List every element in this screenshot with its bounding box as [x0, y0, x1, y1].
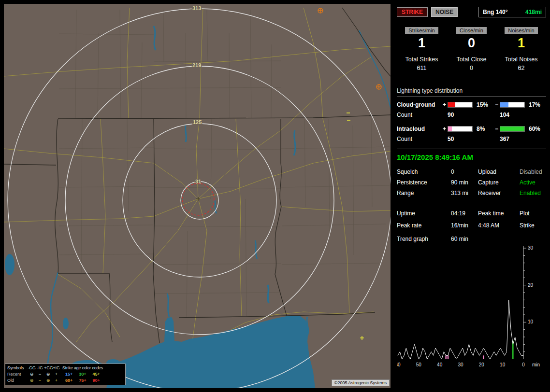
- legend-recent-label: Recent: [7, 371, 28, 378]
- cg-minus-bar: [500, 102, 525, 108]
- age-code-60: 60+: [65, 378, 72, 384]
- plot-label: Plot: [520, 210, 546, 217]
- close-per-min-chip: Close/min: [456, 27, 487, 34]
- distribution-row-intracloud: Intracloud + 8% − 60%: [397, 126, 546, 132]
- trend-graph: 1020306050403020100min: [397, 244, 546, 371]
- persistence-label: Persistence: [397, 179, 451, 186]
- ic-plus-bar: [448, 126, 473, 132]
- cg-minus-count: 104: [500, 112, 526, 118]
- total-noises-label: Total Noises: [496, 56, 546, 63]
- intracloud-label: Intracloud: [397, 126, 441, 132]
- cg-plus-symbol-icon: ⊕: [44, 371, 52, 378]
- status-grid: Squelch 0 Upload Disabled Persistence 90…: [397, 168, 546, 196]
- squelch-value: 0: [451, 168, 478, 175]
- capture-status: Active: [520, 179, 546, 186]
- legend-col-cg-minus: -CG: [28, 365, 36, 371]
- count-label: Count: [397, 112, 441, 118]
- plot-value: Strike: [520, 222, 546, 229]
- bearing-display: Bng 140° 418mi: [478, 7, 546, 17]
- ic-minus-count: 367: [500, 136, 526, 142]
- bearing-range-value: 418mi: [525, 9, 542, 15]
- count-label: Count: [397, 136, 441, 142]
- strike-mode-button[interactable]: STRIKE: [397, 7, 428, 17]
- noises-per-min-chip: Noises/min: [505, 27, 537, 34]
- range-ring-label-125: 125: [193, 119, 202, 125]
- total-close-value: 0: [447, 65, 496, 71]
- cloud-ground-count-row: Count 90 104: [397, 112, 546, 118]
- range-ring-label-313: 313: [192, 5, 201, 11]
- total-strikes-value: 611: [397, 65, 447, 71]
- cg-plus-percent: 15%: [474, 101, 493, 108]
- noise-mode-button[interactable]: NOISE: [431, 7, 458, 17]
- peak-time-value: 4:48 AM: [478, 222, 520, 229]
- mode-toolbar: STRIKE NOISE Bng 140° 418mi: [397, 7, 546, 17]
- trend-graph-label: Trend graph: [397, 236, 451, 242]
- plus-sign: +: [441, 126, 448, 132]
- uptime-label: Uptime: [397, 210, 451, 217]
- close-per-min-block: Close/min 0 Total Close 0: [447, 27, 496, 71]
- upload-label: Upload: [478, 168, 520, 175]
- plus-sign: +: [441, 101, 448, 108]
- trend-graph-window: 60 min: [451, 236, 546, 242]
- uptime-value: 04:19: [451, 210, 478, 217]
- distribution-heading: Lightning type distribution: [397, 87, 546, 97]
- cg-plus-strike-icon: [376, 84, 381, 89]
- close-per-min-value: 0: [447, 36, 496, 50]
- reservoir: [63, 318, 69, 329]
- svg-text:30: 30: [458, 362, 463, 367]
- upload-status: Disabled: [520, 168, 546, 175]
- svg-text:min: min: [532, 362, 540, 367]
- noises-per-min-value: 1: [496, 36, 546, 50]
- intracloud-count-row: Count 50 367: [397, 136, 546, 142]
- cg-minus-symbol-icon: ⊖: [28, 371, 36, 378]
- copyright-label: ©2005 Astrogenic Systems: [332, 379, 390, 386]
- range-value: 313 mi: [451, 190, 478, 196]
- svg-text:10: 10: [528, 319, 534, 324]
- strikes-per-min-chip: Strikes/min: [405, 27, 438, 34]
- receiver-label: Receiver: [478, 190, 520, 196]
- map-canvas: 313 219 125 31: [4, 4, 391, 388]
- age-code-30: 30+: [79, 371, 86, 378]
- svg-text:40: 40: [437, 362, 443, 367]
- receiver-status: Enabled: [520, 190, 546, 196]
- age-code-15: 15+: [65, 371, 72, 378]
- cg-plus-strike-icon: [318, 8, 323, 13]
- section-divider: [397, 203, 546, 203]
- distribution-row-cloud-ground: Cloud-ground + 15% − 17%: [397, 101, 546, 108]
- peak-rate-label: Peak rate: [397, 222, 451, 229]
- age-code-45: 45+: [93, 371, 100, 378]
- svg-text:50: 50: [416, 362, 422, 367]
- cg-plus-bar: [448, 102, 473, 108]
- total-close-label: Total Close: [447, 56, 496, 63]
- ic-plus-count: 50: [448, 136, 474, 142]
- ic-plus-percent: 8%: [474, 126, 493, 132]
- current-datetime: 10/17/2025 8:49:16 AM: [397, 153, 546, 161]
- cloud-ground-label: Cloud-ground: [397, 101, 441, 108]
- age-code-75: 75+: [79, 378, 86, 384]
- strike-map[interactable]: 313 219 125 31 Symbols: [4, 4, 391, 388]
- minus-sign: −: [493, 101, 500, 108]
- svg-text:10: 10: [500, 362, 506, 367]
- ic-minus-symbol-old-icon: −: [36, 378, 44, 384]
- minus-sign: −: [493, 126, 500, 132]
- map-legend: Symbols -CG -IC +CG +IC Strike age color…: [5, 364, 126, 385]
- persistence-value: 90 min: [451, 179, 478, 186]
- svg-text:60: 60: [397, 362, 401, 367]
- ic-minus-bar: [500, 126, 525, 132]
- peak-rate-value: 16/min: [451, 222, 478, 229]
- control-panel: STRIKE NOISE Bng 140° 418mi Strikes/min …: [394, 0, 547, 392]
- total-noises-value: 62: [496, 65, 546, 71]
- cg-plus-count: 90: [448, 112, 474, 118]
- svg-text:20: 20: [479, 362, 485, 367]
- legend-col-ic-minus: -IC: [36, 365, 44, 371]
- svg-text:0: 0: [522, 362, 525, 367]
- range-label: Range: [397, 190, 451, 196]
- age-code-90: 90+: [93, 378, 100, 384]
- peak-time-label: Peak time: [478, 210, 520, 217]
- noises-per-min-block: Noises/min 1 Total Noises 62: [496, 27, 546, 71]
- legend-old-label: Old: [7, 378, 28, 384]
- reservoir: [5, 254, 14, 275]
- trend-graph-row: Trend graph 60 min: [397, 236, 546, 242]
- cg-plus-symbol-old-icon: ⊕: [44, 378, 52, 384]
- squelch-label: Squelch: [397, 168, 451, 175]
